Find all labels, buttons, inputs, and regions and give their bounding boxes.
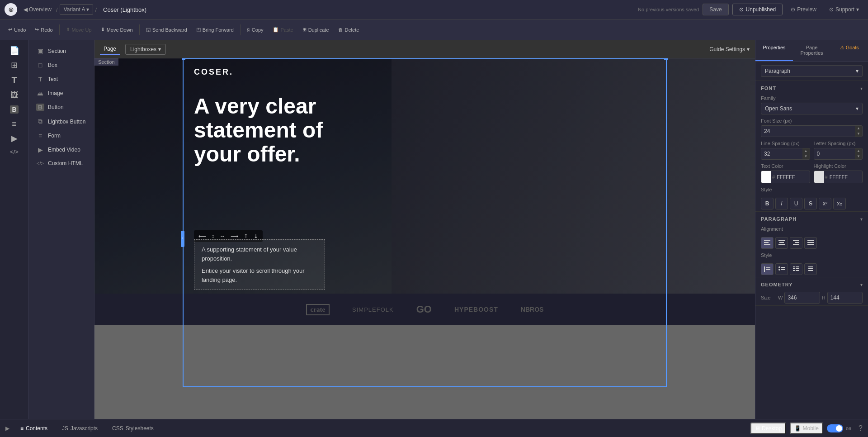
- para-style-btn-4[interactable]: [804, 263, 817, 275]
- lightboxes-button[interactable]: Lightboxes ▾: [125, 44, 166, 55]
- image-icon-item[interactable]: 🖼: [2, 88, 27, 102]
- font-family-select[interactable]: Open Sans ▾: [761, 103, 863, 114]
- letter-spacing-up-btn[interactable]: ▲: [855, 148, 862, 154]
- elem-section[interactable]: ▣ Section: [31, 44, 92, 58]
- tab-page-properties[interactable]: Page Properties: [793, 40, 830, 61]
- variant-selector[interactable]: Variant A ▾: [60, 4, 94, 15]
- hero-headline[interactable]: A very clear statement of your offer.: [194, 95, 366, 166]
- send-backward-icon: ◱: [146, 27, 151, 33]
- para-style-btn-1[interactable]: [761, 263, 774, 275]
- paragraph-chevron-icon: ▾: [860, 217, 863, 222]
- highlight-color-swatch[interactable]: [814, 171, 824, 183]
- align-center-button[interactable]: [775, 237, 788, 249]
- delete-button[interactable]: 🗑 Delete: [335, 25, 363, 35]
- unpublished-button[interactable]: ⊙ Unpublished: [732, 4, 783, 15]
- elem-text[interactable]: T Text: [31, 72, 92, 86]
- elem-button[interactable]: B Button: [31, 100, 92, 114]
- move-down-icon: ⬇: [101, 27, 105, 33]
- expand-icon[interactable]: ▶: [5, 425, 9, 432]
- superscript-button[interactable]: x²: [819, 198, 831, 209]
- code-icon-item[interactable]: </>: [2, 146, 27, 157]
- font-section-header[interactable]: FONT ▾: [755, 81, 868, 94]
- duplicate-button[interactable]: ⊞ Duplicate: [299, 24, 333, 35]
- tab-page[interactable]: Page: [100, 44, 120, 55]
- paragraph-dropdown-row: Paragraph ▾: [755, 62, 868, 81]
- letter-spacing-arrows: ▲ ▼: [855, 148, 862, 159]
- bold-button[interactable]: B: [761, 198, 774, 209]
- tab-contents[interactable]: ≡ Contents: [17, 423, 51, 433]
- paragraph-dropdown[interactable]: Paragraph ▾: [761, 65, 863, 77]
- letter-spacing-down-btn[interactable]: ▼: [855, 154, 862, 159]
- svg-rect-6: [793, 240, 799, 241]
- paragraph-section-header[interactable]: PARAGRAPH ▾: [755, 212, 868, 224]
- help-button[interactable]: ?: [859, 424, 863, 432]
- font-size-up-btn[interactable]: ▲: [855, 126, 862, 131]
- strikethrough-button[interactable]: S: [804, 198, 817, 209]
- move-down-button[interactable]: ⬇ Move Down: [97, 24, 137, 35]
- subscript-button[interactable]: x₂: [833, 198, 846, 209]
- height-input[interactable]: [828, 292, 862, 303]
- text-color-swatch[interactable]: [761, 171, 771, 183]
- toggle-wrap: on: [827, 424, 851, 432]
- width-input[interactable]: [785, 292, 819, 303]
- mobile-button[interactable]: 📱 Mobile: [790, 423, 823, 434]
- copy-button[interactable]: ⎘ Copy: [243, 25, 267, 35]
- video-icon-item[interactable]: ▶: [2, 132, 27, 145]
- elem-form[interactable]: ≡ Form: [31, 129, 92, 142]
- elem-custom-html[interactable]: </> Custom HTML: [31, 157, 92, 170]
- elem-box[interactable]: □ Box: [31, 58, 92, 72]
- svg-rect-26: [808, 268, 813, 269]
- canvas[interactable]: Section ⋮ COSER. A very cle: [94, 58, 755, 419]
- underline-button[interactable]: U: [790, 198, 802, 209]
- tab-goals[interactable]: ⚠ Goals: [830, 40, 868, 61]
- undo-button[interactable]: ↩ Undo: [5, 24, 29, 35]
- italic-button[interactable]: I: [775, 198, 788, 209]
- tab-stylesheets[interactable]: CSS Stylesheets: [108, 423, 157, 433]
- device-toggle[interactable]: [827, 424, 843, 432]
- font-size-down-btn[interactable]: ▼: [855, 131, 862, 137]
- list-icon-item[interactable]: ≡: [2, 117, 27, 131]
- alignment-label-row: Alignment: [755, 224, 868, 235]
- save-button[interactable]: Save: [703, 4, 728, 15]
- send-backward-button[interactable]: ◱ Send Backward: [142, 24, 191, 35]
- redo-button[interactable]: ↪ Redo: [31, 24, 56, 35]
- bring-forward-button[interactable]: ◰ Bring Forward: [193, 24, 237, 35]
- line-spacing-down-btn[interactable]: ▼: [802, 154, 810, 159]
- line-spacing-up-btn[interactable]: ▲: [802, 148, 810, 154]
- para-style-btn-2[interactable]: [775, 263, 788, 275]
- text-color-input[interactable]: [776, 172, 809, 182]
- overview-link[interactable]: ◀ Overview: [21, 5, 54, 14]
- support-button[interactable]: ⊙ Support ▾: [825, 4, 863, 15]
- align-left-button[interactable]: [761, 237, 774, 249]
- width-input-wrap: [784, 292, 820, 304]
- tab-javascripts[interactable]: JS Javascripts: [58, 423, 101, 433]
- button-icon-item[interactable]: B: [2, 103, 27, 116]
- left-resize-handle[interactable]: ⋮: [181, 231, 184, 247]
- elem-image[interactable]: ⛰ Image: [31, 86, 92, 100]
- grid-icon-item[interactable]: ⊞: [2, 58, 27, 72]
- image-elem-icon: ⛰: [36, 90, 44, 97]
- paragraph-section: PARAGRAPH ▾ Alignment: [755, 212, 868, 277]
- text-icon-item[interactable]: T: [2, 73, 27, 87]
- tab-properties[interactable]: Properties: [755, 40, 793, 61]
- supporting-text-box[interactable]: A supporting statement of your value pro…: [194, 239, 325, 290]
- highlight-color-input[interactable]: [829, 172, 862, 182]
- hero-section[interactable]: COSER. A very clear statement of your of…: [94, 58, 755, 294]
- align-right-button[interactable]: [790, 237, 802, 249]
- paste-button[interactable]: 📋 Paste: [269, 24, 297, 35]
- elem-embed-video[interactable]: ▶ Embed Video: [31, 143, 92, 157]
- highlight-color-col: Highlight Color #: [814, 163, 863, 183]
- line-spacing-input[interactable]: [761, 148, 802, 159]
- letter-spacing-input[interactable]: [814, 148, 855, 159]
- elem-lightbox-button[interactable]: ⧉ Lightbox Button: [31, 114, 92, 128]
- app-logo[interactable]: ◎: [5, 3, 17, 16]
- move-up-button[interactable]: ⬆ Move Up: [62, 24, 95, 35]
- para-style-btn-3[interactable]: [790, 263, 802, 275]
- desktop-button[interactable]: 🖥 Desktop: [750, 423, 786, 434]
- guide-settings-button[interactable]: Guide Settings ▾: [709, 46, 750, 52]
- align-justify-button[interactable]: [804, 237, 817, 249]
- page-icon-item[interactable]: 📄: [2, 44, 27, 57]
- font-size-input[interactable]: [761, 126, 855, 137]
- geometry-section-header[interactable]: Geometry ▾: [755, 277, 868, 290]
- preview-button[interactable]: ⊙ Preview: [786, 4, 821, 15]
